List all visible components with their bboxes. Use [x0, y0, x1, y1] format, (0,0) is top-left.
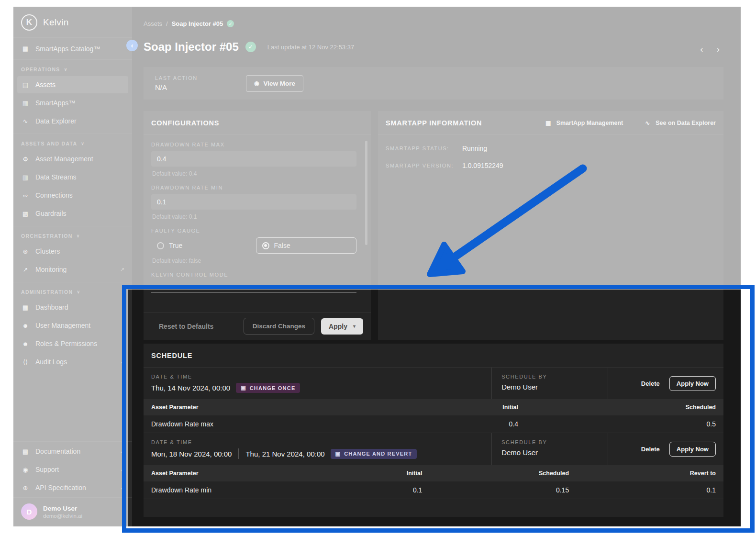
screenshot-root: { "colors": { "annotation_blue": "#0d5fd… — [0, 0, 756, 536]
dim-overlay-top — [13, 7, 741, 290]
dim-overlay-left — [13, 290, 128, 526]
arrow-annotation — [407, 158, 598, 292]
highlight-rectangle-annotation — [122, 285, 755, 533]
